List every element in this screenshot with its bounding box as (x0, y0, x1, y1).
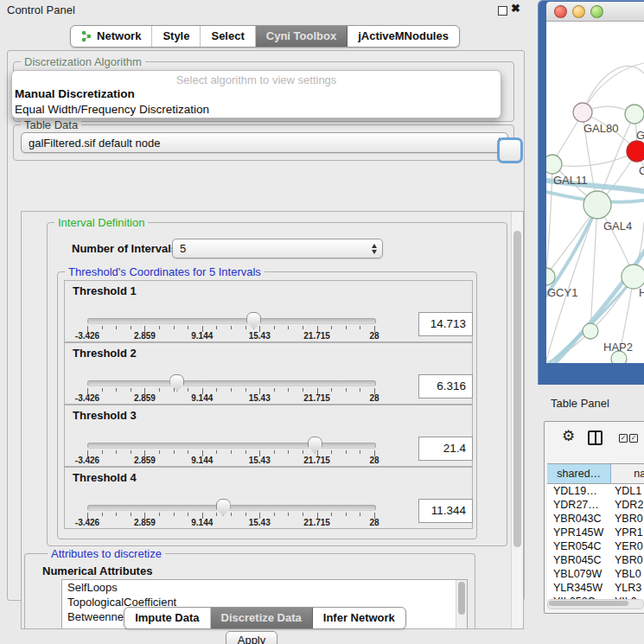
algorithm-combobox[interactable] (497, 137, 523, 163)
close-icon[interactable]: ✖ (511, 2, 520, 15)
dropdown-option[interactable]: Manual Discretization (12, 86, 501, 102)
group-title: Threshold's Coordinates for 5 Intervals (65, 265, 265, 278)
tab-network[interactable]: Network (71, 26, 152, 47)
table-header-row: shared… na (547, 463, 644, 484)
threshold-value-field[interactable]: 6.316 (418, 374, 473, 399)
float-window-icon[interactable] (498, 6, 507, 16)
tab-cyni-toolbox[interactable]: Cyni Toolbox (256, 26, 348, 47)
tab-infer-network[interactable]: Infer Network (313, 608, 405, 628)
table-row[interactable]: YBR043CYBR0 (547, 512, 644, 526)
threshold-label: Threshold 3 (73, 409, 137, 422)
slider-track[interactable] (87, 443, 376, 449)
window-minimize-button[interactable] (572, 5, 585, 18)
tab-select[interactable]: Select (201, 26, 255, 47)
network-canvas[interactable]: GAL80GACGAL11GAL4GCY1HHAP2 (546, 22, 644, 363)
interval-definition-group: Interval Definition Number of Intervals … (47, 222, 507, 546)
cell-shared-name[interactable]: YBL079W (547, 567, 611, 581)
cell-shared-name[interactable]: YDL19… (547, 484, 611, 498)
slider-tick-labels: -3.4262.8599.14415.4321.71528 (87, 331, 374, 341)
window-zoom-button[interactable] (590, 5, 603, 18)
table-data-group: Table Data galFiltered.sif default node (13, 124, 514, 161)
tab-label: Cyni Toolbox (266, 29, 336, 42)
checkbox-icon[interactable]: ✓ (619, 434, 628, 443)
network-node[interactable] (583, 323, 598, 339)
network-node[interactable] (546, 155, 562, 174)
node-label: GA (636, 129, 644, 142)
slider-track[interactable] (87, 505, 376, 511)
cell-name[interactable]: YBL0 (611, 567, 641, 581)
threshold-panel: Threshold 3-3.4262.8599.14415.4321.71528… (64, 405, 473, 467)
network-graph: GAL80GACGAL11GAL4GCY1HHAP2 (546, 22, 644, 363)
slider-tick-labels: -3.4262.8599.14415.4321.71528 (87, 393, 374, 404)
cell-shared-name[interactable]: YER054C (547, 539, 611, 553)
cyni-toolbox-panel: Discretization Algorithm Table Data galF… (7, 50, 525, 601)
cell-name[interactable]: YDL1 (611, 484, 641, 498)
tab-impute-data[interactable]: Impute Data (124, 608, 210, 628)
dropdown-option[interactable]: Equal Width/Frequency Discretization (12, 102, 501, 118)
intervals-combobox[interactable]: 5 (172, 239, 383, 258)
cell-shared-name[interactable]: YLR345W (547, 581, 611, 595)
tab-style[interactable]: Style (152, 26, 201, 47)
cell-name[interactable]: YDR2 (611, 498, 643, 512)
cell-name[interactable]: YER0 (611, 539, 643, 553)
column-header-name[interactable]: na (611, 464, 644, 483)
threshold-label: Threshold 2 (73, 347, 137, 360)
attribute-list-item[interactable]: SelfLoops (62, 580, 467, 595)
table-row[interactable]: YBL079WYBL0 (547, 567, 644, 581)
threshold-label: Threshold 1 (73, 284, 137, 297)
threshold-panel: Threshold 2-3.4262.8599.14415.4321.71528… (64, 342, 473, 405)
intervals-label: Number of Intervals (72, 242, 177, 255)
table-row[interactable]: YDL19…YDL1 (547, 484, 644, 498)
slider-track[interactable] (87, 318, 376, 324)
cell-shared-name[interactable]: YDR27… (547, 498, 611, 512)
table-row[interactable]: YBR045CYBR0 (547, 553, 644, 567)
cell-name[interactable]: YBR0 (611, 512, 643, 526)
threshold-value-field[interactable]: 21.4 (418, 437, 473, 461)
network-edge[interactable] (590, 205, 597, 331)
network-edge[interactable] (552, 151, 637, 166)
tab-label: Infer Network (323, 611, 395, 624)
table-row[interactable]: YPR145WYPR1 (547, 526, 644, 539)
cell-shared-name[interactable]: YPR145W (547, 526, 611, 539)
table-row[interactable]: YLR345WYLR3 (547, 581, 644, 595)
network-node[interactable] (583, 191, 611, 219)
panel-title: Control Panel (7, 3, 75, 16)
tab-discretize-data[interactable]: Discretize Data (211, 608, 313, 628)
slider-tick-labels: -3.4262.8599.14415.4321.71528 (87, 518, 374, 528)
tab-label: Discretize Data (221, 611, 302, 624)
gear-icon[interactable]: ⚙ (562, 427, 575, 445)
network-node[interactable] (627, 141, 644, 162)
column-header-shared-name[interactable]: shared… (547, 464, 611, 483)
table-row[interactable]: YDR27…YDR2 (547, 498, 644, 512)
cell-name[interactable]: YLR3 (611, 581, 641, 595)
network-node[interactable] (625, 105, 644, 124)
settings-scrollbar[interactable] (511, 212, 523, 628)
table-row[interactable]: YER054CYER0 (547, 539, 644, 553)
network-view-window[interactable]: GAL80GACGAL11GAL4GCY1HHAP2 (538, 0, 644, 385)
table-hscrollbar[interactable] (547, 599, 644, 609)
table-panel: Table Panel ⚙ ✓ ✓ shared… na YDL19…YDL1Y… (530, 385, 644, 644)
checkbox-icon[interactable]: ✓ (629, 434, 638, 443)
tab-label: Impute Data (135, 611, 199, 624)
scrollbar-thumb[interactable] (549, 601, 628, 606)
cell-shared-name[interactable]: YBR045C (547, 553, 611, 567)
window-close-button[interactable] (554, 5, 567, 18)
split-view-icon[interactable] (588, 430, 603, 445)
network-node[interactable] (622, 265, 644, 289)
group-title: Interval Definition (54, 216, 148, 229)
apply-button[interactable]: Apply (226, 631, 277, 644)
tab-label: Style (163, 29, 189, 42)
scrollbar-thumb[interactable] (513, 231, 521, 547)
dropdown-placeholder: Select algorithm to view settings (12, 71, 501, 86)
cell-name[interactable]: YBR0 (611, 553, 643, 567)
cell-name[interactable]: YPR1 (611, 526, 643, 539)
cell-shared-name[interactable]: YBR043C (547, 512, 611, 526)
threshold-value-field[interactable]: 14.713 (418, 312, 473, 336)
network-window-titlebar[interactable] (546, 2, 644, 22)
network-node[interactable] (573, 103, 592, 122)
slider-track[interactable] (87, 380, 376, 386)
table-data-combobox[interactable]: galFiltered.sif default node (21, 132, 508, 153)
threshold-value-field[interactable]: 11.344 (418, 499, 473, 523)
tab-jactivemnodules[interactable]: jActiveMNodules (348, 26, 459, 47)
table-data-value: galFiltered.sif default node (29, 137, 160, 150)
